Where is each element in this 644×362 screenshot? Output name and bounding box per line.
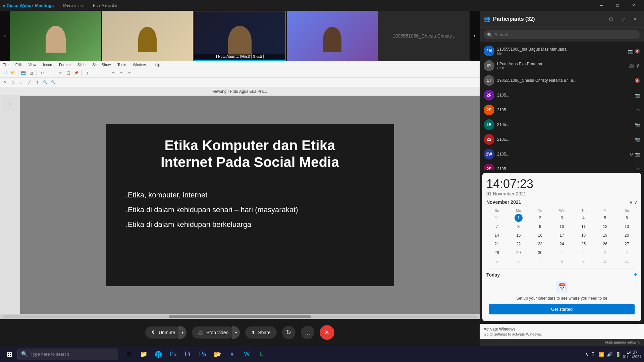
maximize-button[interactable]: □ (610, 0, 625, 11)
cal-day[interactable]: 5 (601, 214, 609, 222)
scrollbar-thumb[interactable] (169, 315, 311, 318)
webex-taskbar-app[interactable]: W (240, 348, 254, 361)
add-event-button[interactable]: + (634, 271, 637, 278)
cal-day[interactable]: 6 (623, 214, 631, 222)
tb-print[interactable]: 🖨 (28, 69, 35, 77)
cal-day[interactable]: 3 (601, 249, 609, 257)
cal-day[interactable]: 8 (515, 223, 523, 231)
cal-day[interactable]: 6 (515, 257, 523, 265)
taskbar-search[interactable]: 🔍 Type here to search (17, 349, 118, 360)
tb-copy[interactable]: 📋 (65, 69, 72, 77)
network-icon[interactable]: 📶 (598, 352, 604, 357)
tb-new[interactable]: 📄 (1, 69, 9, 77)
cal-day[interactable]: 30 (536, 249, 544, 257)
stop-video-button[interactable]: 🎥 Stop video (192, 326, 234, 339)
prev-video-button[interactable]: ‹ (0, 11, 10, 61)
tb-align-right[interactable]: ≡ (126, 69, 133, 77)
cal-day[interactable]: 1 (558, 249, 566, 257)
tb-arrow[interactable]: ↖ (1, 79, 9, 86)
cal-day[interactable]: 19 (601, 231, 609, 239)
tb-undo[interactable]: ↩ (38, 69, 46, 77)
cal-day[interactable]: 13 (623, 223, 631, 231)
cal-day[interactable]: 8 (558, 257, 566, 265)
cal-day[interactable]: 26 (601, 240, 609, 248)
close-button[interactable]: ✕ (626, 0, 641, 11)
impress-menu-slide[interactable]: Slide (76, 62, 87, 67)
cal-day[interactable]: 27 (623, 240, 631, 248)
hide-menu-bar-link[interactable]: Hide Menu Bar (93, 3, 117, 7)
cal-day[interactable]: 31 (493, 214, 501, 222)
start-button[interactable]: ⊞ (3, 348, 16, 361)
expand-button[interactable]: ⤢ (619, 14, 628, 24)
cal-day[interactable]: 7 (493, 223, 501, 231)
next-video-button[interactable]: › (470, 11, 480, 61)
cal-day[interactable]: 10 (558, 223, 566, 231)
taskview-button[interactable]: ⊟ (122, 348, 136, 361)
tb-redo[interactable]: ↪ (46, 69, 54, 77)
minimize-button[interactable]: ─ (594, 0, 609, 11)
unmute-button[interactable]: 🎙 Unmute (145, 326, 181, 339)
cal-day[interactable]: 23 (536, 240, 544, 248)
meeting-info-link[interactable]: Meeting Info (63, 3, 84, 7)
cal-day[interactable]: 3 (558, 214, 566, 222)
tb-align-center[interactable]: ≡ (118, 69, 125, 77)
impress-menu-edit[interactable]: Edit (14, 62, 23, 67)
tb-bold[interactable]: B (83, 69, 91, 77)
tb-cut[interactable]: ✂ (57, 69, 64, 77)
files-app[interactable]: 📂 (211, 348, 224, 361)
popout-button[interactable]: ⬡ (606, 14, 616, 24)
tb-line[interactable]: ╱ (25, 79, 33, 86)
stop-video-dropdown[interactable]: ▾ (232, 326, 240, 339)
chrome-app[interactable]: ● (225, 348, 239, 361)
cal-day[interactable]: 14 (493, 231, 501, 239)
photoshop-app[interactable]: Ps (166, 348, 180, 361)
tb-underline[interactable]: U (99, 69, 107, 77)
tb-rect[interactable]: □ (9, 79, 17, 86)
cal-day[interactable]: 24 (558, 240, 566, 248)
tb-text[interactable]: T (34, 79, 41, 86)
next-month-button[interactable]: ∨ (634, 199, 637, 205)
share-button[interactable]: ⬆ Share (245, 326, 276, 339)
cal-day[interactable]: 17 (558, 231, 566, 239)
horizontal-scrollbar[interactable] (3, 315, 477, 318)
explorer-app[interactable]: 📁 (137, 348, 150, 361)
prev-month-button[interactable]: ∧ (629, 199, 633, 205)
cal-day[interactable]: 4 (580, 214, 588, 222)
cal-day[interactable]: 5 (493, 257, 501, 265)
cal-day[interactable]: 11 (580, 223, 588, 231)
cal-day[interactable]: 15 (515, 231, 523, 239)
cal-day[interactable]: 18 (580, 231, 588, 239)
tb-zoom-in[interactable]: 🔍 (42, 79, 49, 86)
taskbar-clock[interactable]: 14:07 01/11/2021 (623, 350, 641, 359)
cal-day-today[interactable]: 1 (515, 214, 523, 222)
impress-menu-tools[interactable]: Tools (116, 62, 127, 67)
tb-paste[interactable]: 📌 (73, 69, 80, 77)
mic-systray-icon[interactable]: 🎙 (591, 352, 596, 357)
cal-day[interactable]: 4 (623, 249, 631, 257)
cal-day[interactable]: 20 (623, 231, 631, 239)
impress-menu-insert[interactable]: Insert (42, 62, 54, 67)
photoshop2-app[interactable]: Ps (196, 348, 209, 361)
cal-day[interactable]: 2 (536, 214, 544, 222)
tb-ellipse[interactable]: ○ (17, 79, 25, 86)
impress-menu-file[interactable]: File (1, 62, 10, 67)
cal-day[interactable]: 11 (623, 257, 631, 265)
more-button[interactable]: ... (301, 326, 314, 339)
edge-app[interactable]: 🌐 (152, 348, 165, 361)
cal-day[interactable]: 9 (536, 223, 544, 231)
impress-menu-view[interactable]: View (27, 62, 38, 67)
cal-day[interactable]: 10 (601, 257, 609, 265)
cal-day[interactable]: 21 (493, 240, 501, 248)
impress-menu-help[interactable]: Help (151, 62, 162, 67)
impress-menu-window[interactable]: Window (131, 62, 147, 67)
get-started-button[interactable]: Get started (489, 304, 635, 314)
cal-day[interactable]: 28 (493, 249, 501, 257)
battery-icon[interactable]: 🔋 (615, 352, 621, 357)
cal-day[interactable]: 2 (580, 249, 588, 257)
end-call-button[interactable]: ✕ (320, 325, 334, 340)
impress-menu-format[interactable]: Format (58, 62, 72, 67)
line-app[interactable]: L (255, 348, 268, 361)
close-panel-button[interactable]: ✕ (631, 14, 640, 24)
slide-thumbnail[interactable]: 1 (1, 97, 18, 111)
premiere-app[interactable]: Pr (181, 348, 195, 361)
